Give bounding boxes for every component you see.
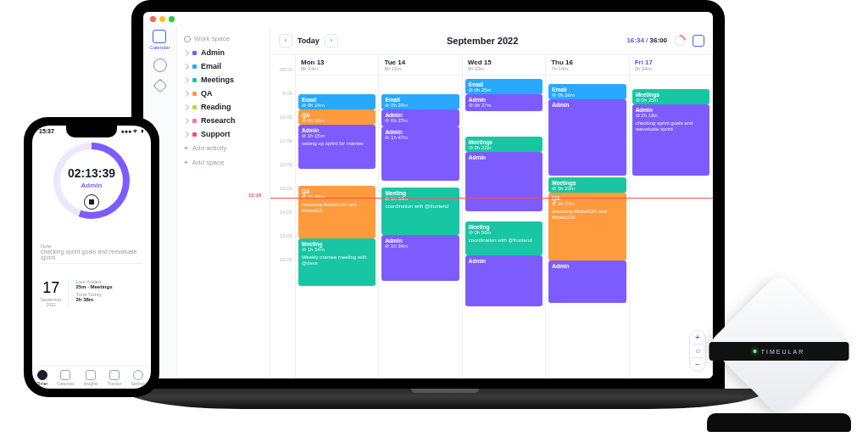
day-total: 2h 34m (635, 66, 707, 71)
stop-button[interactable] (84, 194, 99, 210)
event-duration: ⊘ 1h 15m (302, 133, 372, 139)
laptop-screen: Calendar Work space Admi (131, 0, 725, 390)
tab-settings[interactable]: Settings (131, 370, 146, 386)
sidebar-item-qa[interactable]: QA (182, 87, 264, 100)
event-note: coordination with @frontend (385, 204, 455, 210)
calendar-week: 08:009:0010:0011:0012:0013:0014:0015:001… (270, 55, 713, 378)
note-section: Note checking sprint goals and reevaluat… (41, 244, 142, 264)
calendar-event[interactable]: Meeting⊘ 1h 34mWeekly mamee meeting with… (298, 238, 376, 286)
calendar-event[interactable]: QA⊘ 0h 26m (298, 109, 376, 125)
close-dot[interactable] (150, 16, 156, 22)
calendar-event[interactable]: Admin (548, 261, 626, 303)
sidebar-item-admin[interactable]: Admin (182, 46, 264, 59)
date-summary: 17 September 2022 Last Added 25m · Meeti… (41, 279, 142, 307)
progress-ring-icon (671, 32, 688, 49)
calendar-event[interactable]: Meeting⊘ 0h 56mcoordination with @fronte… (465, 221, 542, 255)
calendar-event[interactable]: Admin (465, 152, 542, 211)
plus-icon: + (184, 144, 188, 152)
hour-label: 9:00 (270, 91, 292, 115)
calendar-event[interactable]: Admin⊘ 1h 47m (381, 126, 459, 181)
tab-tracker[interactable]: Tracker (108, 370, 122, 386)
stop-icon (89, 199, 94, 204)
calendar-event[interactable]: Meeting⊘ 1h 34mcoordination with @fronte… (381, 188, 459, 235)
add-activity[interactable]: + Add activity (182, 141, 264, 155)
event-note: coordination with @frontend (469, 238, 539, 244)
tab-calendar[interactable]: Calendar (57, 370, 74, 386)
sidebar-item-email[interactable]: Email (182, 59, 264, 73)
calendar-event[interactable]: Admin⊘ 0h 27m (381, 109, 459, 126)
maximize-dot[interactable] (169, 16, 175, 22)
calendar-event[interactable]: Meetings⊘ 0h 25m (632, 89, 709, 104)
event-name: Admin (469, 97, 539, 103)
prev-button[interactable]: ‹ (279, 34, 292, 48)
calendar-icon (60, 370, 70, 380)
event-duration: ⊘ 0h 25m (636, 98, 706, 104)
now-label: 12:16 (248, 193, 261, 198)
tracker-led (754, 350, 757, 353)
event-note: Weekly mamee meeting with @devs (302, 255, 372, 266)
day-header[interactable]: Fri 17 2h 34m (630, 55, 712, 76)
calendar-event[interactable]: Admin⊘ 1h 15msetting up sprint for mamee (298, 125, 376, 169)
activity-color-dot (192, 105, 197, 109)
day-label: Fri 17 (635, 59, 707, 66)
day-total: 8h 24m (301, 66, 373, 71)
note-input[interactable]: checking sprint goals and reevaluate spr… (41, 249, 142, 264)
sidebar-item-meetings[interactable]: Meetings (182, 73, 264, 87)
minimize-dot[interactable] (159, 16, 165, 22)
event-duration: ⊘ 0h 24m (385, 103, 455, 109)
tab-timer[interactable]: Timer (37, 370, 48, 386)
date-meta: Last Added 25m · Meetings Total Today 2h… (68, 279, 112, 307)
day-header[interactable]: Mon 13 8h 24m (296, 55, 378, 76)
calendar-event[interactable]: Email⊘ 0h 25m (465, 79, 542, 94)
hour-label: 16:00 (270, 257, 292, 281)
event-name: Email (552, 87, 622, 92)
add-space[interactable]: + Add space (182, 155, 264, 170)
tab-insights[interactable]: Insights (83, 370, 97, 386)
rail-reports[interactable] (153, 59, 167, 72)
calendar-event[interactable]: Admin (548, 99, 626, 176)
event-name: Admin (636, 107, 706, 113)
calendar-event[interactable]: Admin⊘ 0h 27m (465, 94, 542, 111)
today-button[interactable]: Today (298, 36, 320, 45)
calendar-event[interactable]: Email⊘ 0h 24m (381, 94, 459, 109)
day-header[interactable]: Tue 14 8h 12m (379, 55, 461, 76)
event-duration: ⊘ 0h 26m (552, 92, 622, 98)
app-body: Calendar Work space Admi (143, 26, 713, 378)
activity-color-dot (192, 78, 197, 82)
day-header[interactable]: Wed 15 5h 23m (463, 55, 545, 76)
calendar-event[interactable]: Admin⊘ 2h 13mchecking sprint goals and r… (632, 104, 709, 176)
calendar-event[interactable]: QA⊘ 2h 27mresolving #ticket134 and #tick… (548, 193, 626, 261)
day-label: Tue 14 (384, 59, 456, 66)
next-button[interactable]: › (325, 34, 338, 48)
now-line (270, 198, 713, 199)
event-duration: ⊘ 0h 56m (469, 230, 539, 236)
day-header[interactable]: Thu 16 7h 14m (546, 55, 628, 76)
calendar-event[interactable]: Email⊘ 0h 26m (548, 84, 626, 99)
mini-calendar-icon[interactable] (693, 35, 704, 47)
rail-calendar[interactable]: Calendar (149, 30, 170, 50)
sidebar-item-label: Admin (201, 48, 225, 57)
hour-label: 14:00 (270, 210, 292, 233)
calendar-event[interactable]: Meetings⊘ 0h 25m (548, 177, 626, 193)
event-name: Admin (469, 258, 539, 264)
calendar-event[interactable]: Admin (465, 255, 542, 306)
hour-label: 15:00 (270, 233, 292, 257)
calendar-event[interactable]: Email⊘ 0h 24m (298, 94, 376, 109)
sidebar-item-research[interactable]: Research (182, 114, 264, 127)
day-label: Mon 13 (301, 59, 373, 66)
calendar-event[interactable]: Meetings⊘ 0h 22m (465, 137, 542, 152)
event-name: Admin (385, 129, 455, 135)
sidebar-item-reading[interactable]: Reading (182, 100, 264, 114)
chevron-right-icon (183, 76, 189, 82)
calendar-event[interactable]: QA⊘ 1h 56mresolving #ticket132 and #tick… (298, 186, 376, 238)
timer-activity-label[interactable]: Admin (68, 182, 115, 189)
tracker-device: TIMEULAR (698, 271, 860, 432)
rail-tracker[interactable] (155, 81, 165, 91)
calendar-event[interactable]: Admin⊘ 1h 34m (381, 235, 459, 281)
date-display: 17 September 2022 (41, 279, 61, 307)
sidebar-item-support[interactable]: Support (182, 127, 264, 141)
hour-label: 12:00 (270, 162, 292, 186)
timer-value: 02:13:39 (68, 166, 115, 180)
chevron-right-icon (183, 90, 189, 96)
chevron-right-icon (183, 131, 189, 137)
